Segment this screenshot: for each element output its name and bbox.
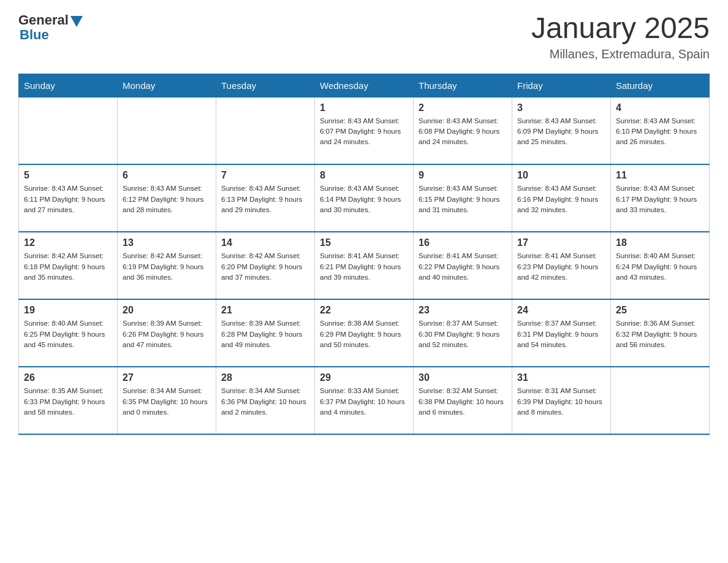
day-number: 6 bbox=[123, 170, 211, 181]
day-number: 9 bbox=[419, 170, 507, 181]
calendar-week-row: 5Sunrise: 8:43 AM Sunset: 6:11 PM Daylig… bbox=[19, 164, 710, 232]
day-info: Sunrise: 8:43 AM Sunset: 6:08 PM Dayligh… bbox=[419, 116, 507, 148]
calendar-cell: 11Sunrise: 8:43 AM Sunset: 6:17 PM Dayli… bbox=[611, 164, 710, 232]
calendar-cell: 30Sunrise: 8:32 AM Sunset: 6:38 PM Dayli… bbox=[414, 367, 512, 434]
logo: General Blue bbox=[18, 12, 83, 43]
day-info: Sunrise: 8:43 AM Sunset: 6:15 PM Dayligh… bbox=[419, 183, 507, 215]
day-number: 10 bbox=[517, 170, 605, 181]
day-info: Sunrise: 8:37 AM Sunset: 6:30 PM Dayligh… bbox=[419, 318, 507, 350]
calendar-cell bbox=[611, 367, 710, 434]
calendar-cell: 5Sunrise: 8:43 AM Sunset: 6:11 PM Daylig… bbox=[19, 164, 118, 232]
calendar-cell: 8Sunrise: 8:43 AM Sunset: 6:14 PM Daylig… bbox=[315, 164, 414, 232]
calendar-cell: 7Sunrise: 8:43 AM Sunset: 6:13 PM Daylig… bbox=[216, 164, 315, 232]
column-header-friday: Friday bbox=[512, 74, 611, 97]
day-number: 15 bbox=[320, 237, 408, 248]
calendar-cell: 22Sunrise: 8:38 AM Sunset: 6:29 PM Dayli… bbox=[315, 299, 414, 367]
day-number: 17 bbox=[517, 237, 605, 248]
day-number: 30 bbox=[419, 372, 507, 383]
day-number: 5 bbox=[24, 170, 112, 181]
calendar-cell: 23Sunrise: 8:37 AM Sunset: 6:30 PM Dayli… bbox=[414, 299, 512, 367]
calendar-cell: 3Sunrise: 8:43 AM Sunset: 6:09 PM Daylig… bbox=[512, 97, 611, 164]
day-number: 7 bbox=[221, 170, 309, 181]
day-info: Sunrise: 8:40 AM Sunset: 6:24 PM Dayligh… bbox=[616, 251, 704, 283]
calendar-table: SundayMondayTuesdayWednesdayThursdayFrid… bbox=[18, 74, 710, 435]
calendar-week-row: 19Sunrise: 8:40 AM Sunset: 6:25 PM Dayli… bbox=[19, 299, 710, 367]
calendar-cell bbox=[19, 97, 118, 164]
day-info: Sunrise: 8:43 AM Sunset: 6:12 PM Dayligh… bbox=[123, 183, 211, 215]
day-number: 19 bbox=[24, 305, 112, 316]
calendar-cell bbox=[118, 97, 216, 164]
day-number: 27 bbox=[123, 372, 211, 383]
day-info: Sunrise: 8:35 AM Sunset: 6:33 PM Dayligh… bbox=[24, 386, 112, 418]
calendar-week-row: 12Sunrise: 8:42 AM Sunset: 6:18 PM Dayli… bbox=[19, 232, 710, 299]
day-info: Sunrise: 8:37 AM Sunset: 6:31 PM Dayligh… bbox=[517, 318, 605, 350]
calendar-cell: 10Sunrise: 8:43 AM Sunset: 6:16 PM Dayli… bbox=[512, 164, 611, 232]
calendar-week-row: 1Sunrise: 8:43 AM Sunset: 6:07 PM Daylig… bbox=[19, 97, 710, 164]
calendar-cell: 17Sunrise: 8:41 AM Sunset: 6:23 PM Dayli… bbox=[512, 232, 611, 299]
day-number: 28 bbox=[221, 372, 309, 383]
day-info: Sunrise: 8:43 AM Sunset: 6:17 PM Dayligh… bbox=[616, 183, 704, 215]
day-info: Sunrise: 8:36 AM Sunset: 6:32 PM Dayligh… bbox=[616, 318, 704, 350]
day-info: Sunrise: 8:40 AM Sunset: 6:25 PM Dayligh… bbox=[24, 318, 112, 350]
calendar-subtitle: Millanes, Extremadura, Spain bbox=[531, 47, 710, 61]
day-number: 25 bbox=[616, 305, 704, 316]
calendar-cell: 18Sunrise: 8:40 AM Sunset: 6:24 PM Dayli… bbox=[611, 232, 710, 299]
calendar-week-row: 26Sunrise: 8:35 AM Sunset: 6:33 PM Dayli… bbox=[19, 367, 710, 434]
day-number: 22 bbox=[320, 305, 408, 316]
day-number: 24 bbox=[517, 305, 605, 316]
calendar-title: January 2025 bbox=[531, 12, 710, 45]
day-number: 26 bbox=[24, 372, 112, 383]
column-header-saturday: Saturday bbox=[611, 74, 710, 97]
day-info: Sunrise: 8:31 AM Sunset: 6:39 PM Dayligh… bbox=[517, 386, 605, 418]
calendar-cell: 28Sunrise: 8:34 AM Sunset: 6:36 PM Dayli… bbox=[216, 367, 315, 434]
calendar-cell: 1Sunrise: 8:43 AM Sunset: 6:07 PM Daylig… bbox=[315, 97, 414, 164]
column-header-thursday: Thursday bbox=[414, 74, 512, 97]
calendar-cell: 2Sunrise: 8:43 AM Sunset: 6:08 PM Daylig… bbox=[414, 97, 512, 164]
day-info: Sunrise: 8:43 AM Sunset: 6:16 PM Dayligh… bbox=[517, 183, 605, 215]
day-info: Sunrise: 8:41 AM Sunset: 6:22 PM Dayligh… bbox=[419, 251, 507, 283]
column-header-tuesday: Tuesday bbox=[216, 74, 315, 97]
calendar-cell: 4Sunrise: 8:43 AM Sunset: 6:10 PM Daylig… bbox=[611, 97, 710, 164]
day-number: 12 bbox=[24, 237, 112, 248]
calendar-cell: 14Sunrise: 8:42 AM Sunset: 6:20 PM Dayli… bbox=[216, 232, 315, 299]
column-header-monday: Monday bbox=[118, 74, 216, 97]
day-number: 20 bbox=[123, 305, 211, 316]
calendar-cell: 12Sunrise: 8:42 AM Sunset: 6:18 PM Dayli… bbox=[19, 232, 118, 299]
day-info: Sunrise: 8:43 AM Sunset: 6:11 PM Dayligh… bbox=[24, 183, 112, 215]
day-info: Sunrise: 8:43 AM Sunset: 6:07 PM Dayligh… bbox=[320, 116, 408, 148]
calendar-cell: 13Sunrise: 8:42 AM Sunset: 6:19 PM Dayli… bbox=[118, 232, 216, 299]
day-info: Sunrise: 8:33 AM Sunset: 6:37 PM Dayligh… bbox=[320, 386, 408, 418]
calendar-cell: 27Sunrise: 8:34 AM Sunset: 6:35 PM Dayli… bbox=[118, 367, 216, 434]
day-number: 2 bbox=[419, 102, 507, 113]
calendar-cell: 16Sunrise: 8:41 AM Sunset: 6:22 PM Dayli… bbox=[414, 232, 512, 299]
calendar-cell: 29Sunrise: 8:33 AM Sunset: 6:37 PM Dayli… bbox=[315, 367, 414, 434]
day-info: Sunrise: 8:43 AM Sunset: 6:10 PM Dayligh… bbox=[616, 116, 704, 148]
column-header-sunday: Sunday bbox=[19, 74, 118, 97]
day-number: 14 bbox=[221, 237, 309, 248]
day-info: Sunrise: 8:43 AM Sunset: 6:13 PM Dayligh… bbox=[221, 183, 309, 215]
day-info: Sunrise: 8:39 AM Sunset: 6:26 PM Dayligh… bbox=[123, 318, 211, 350]
day-number: 4 bbox=[616, 102, 704, 113]
calendar-cell: 6Sunrise: 8:43 AM Sunset: 6:12 PM Daylig… bbox=[118, 164, 216, 232]
calendar-cell: 25Sunrise: 8:36 AM Sunset: 6:32 PM Dayli… bbox=[611, 299, 710, 367]
day-info: Sunrise: 8:41 AM Sunset: 6:21 PM Dayligh… bbox=[320, 251, 408, 283]
day-info: Sunrise: 8:32 AM Sunset: 6:38 PM Dayligh… bbox=[419, 386, 507, 418]
calendar-cell: 20Sunrise: 8:39 AM Sunset: 6:26 PM Dayli… bbox=[118, 299, 216, 367]
day-number: 11 bbox=[616, 170, 704, 181]
day-number: 3 bbox=[517, 102, 605, 113]
day-info: Sunrise: 8:41 AM Sunset: 6:23 PM Dayligh… bbox=[517, 251, 605, 283]
day-number: 13 bbox=[123, 237, 211, 248]
day-info: Sunrise: 8:39 AM Sunset: 6:28 PM Dayligh… bbox=[221, 318, 309, 350]
calendar-cell: 24Sunrise: 8:37 AM Sunset: 6:31 PM Dayli… bbox=[512, 299, 611, 367]
day-number: 31 bbox=[517, 372, 605, 383]
day-info: Sunrise: 8:43 AM Sunset: 6:14 PM Dayligh… bbox=[320, 183, 408, 215]
calendar-header-row: SundayMondayTuesdayWednesdayThursdayFrid… bbox=[19, 74, 710, 97]
day-info: Sunrise: 8:38 AM Sunset: 6:29 PM Dayligh… bbox=[320, 318, 408, 350]
logo-blue-text: Blue bbox=[20, 27, 83, 43]
calendar-cell bbox=[216, 97, 315, 164]
calendar-cell: 26Sunrise: 8:35 AM Sunset: 6:33 PM Dayli… bbox=[19, 367, 118, 434]
day-number: 18 bbox=[616, 237, 704, 248]
day-number: 16 bbox=[419, 237, 507, 248]
column-header-wednesday: Wednesday bbox=[315, 74, 414, 97]
calendar-cell: 19Sunrise: 8:40 AM Sunset: 6:25 PM Dayli… bbox=[19, 299, 118, 367]
